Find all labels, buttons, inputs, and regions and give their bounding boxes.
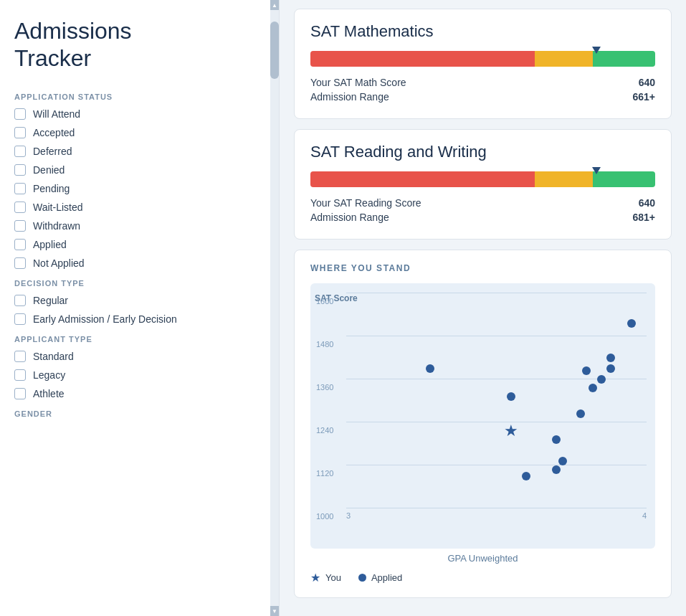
checkbox-regular[interactable]: Regular xyxy=(14,295,265,306)
sat-reading-progress-bar xyxy=(310,171,655,187)
y-tick-1480: 1480 xyxy=(316,340,333,349)
y-tick-1120: 1120 xyxy=(316,469,333,478)
y-tick-1600: 1600 xyxy=(316,297,333,305)
chart-dot-8 xyxy=(606,354,615,362)
checkbox-wait-listed[interactable]: Wait-Listed xyxy=(14,202,265,213)
checkbox-input-regular[interactable] xyxy=(14,295,26,306)
y-tick-1360: 1360 xyxy=(316,383,333,392)
checkbox-label-athlete: Athlete xyxy=(33,388,65,399)
sidebar-title: AdmissionsTracker xyxy=(14,17,265,72)
checkbox-applied[interactable]: Applied xyxy=(14,239,265,250)
legend-you-label: You xyxy=(325,572,341,583)
checkbox-input-pending[interactable] xyxy=(14,183,26,194)
checkbox-input-wait-listed[interactable] xyxy=(14,202,26,213)
chart-dot-1 xyxy=(507,392,515,401)
legend-you: ★ You xyxy=(310,571,341,584)
where-you-stand-title: WHERE YOU STAND xyxy=(310,263,655,273)
section-label-applicant-type: APPLICANT TYPE xyxy=(14,335,265,343)
chart-dot-7 xyxy=(606,364,615,373)
checkbox-legacy[interactable]: Legacy xyxy=(14,369,265,381)
checkbox-denied[interactable]: Denied xyxy=(14,164,265,176)
sat-reading-admission-range-row: Admission Range 681+ xyxy=(310,212,655,223)
checkbox-accepted[interactable]: Accepted xyxy=(14,127,265,138)
sat-reading-your-score-label: Your SAT Reading Score xyxy=(310,197,421,209)
section-label-gender: GENDER xyxy=(14,409,265,418)
checkbox-input-athlete[interactable] xyxy=(14,388,26,399)
checkbox-input-accepted[interactable] xyxy=(14,127,26,138)
x-tick-3: 3 xyxy=(346,511,351,520)
checkbox-label-will-attend: Will Attend xyxy=(33,108,80,120)
checkbox-input-will-attend[interactable] xyxy=(14,108,26,120)
checkbox-input-denied[interactable] xyxy=(14,164,26,176)
sat-reading-bar-green xyxy=(593,171,655,187)
chart-dot-12 xyxy=(522,472,530,480)
sat-math-bar-yellow xyxy=(535,51,594,67)
checkbox-athlete[interactable]: Athlete xyxy=(14,388,265,399)
checkbox-label-deferred: Deferred xyxy=(33,146,72,157)
checkbox-label-wait-listed: Wait-Listed xyxy=(33,202,83,213)
checkbox-label-denied: Denied xyxy=(33,164,65,176)
chart-dot-9 xyxy=(627,319,636,328)
scrollbar-track: ▲ ▼ xyxy=(270,0,279,616)
checkbox-input-applied[interactable] xyxy=(14,239,26,250)
sat-math-your-score-value: 640 xyxy=(639,77,655,88)
sat-math-admission-range-value: 661+ xyxy=(632,91,655,103)
checkbox-standard[interactable]: Standard xyxy=(14,351,265,362)
sidebar: AdmissionsTracker APPLICATION STATUS Wil… xyxy=(0,0,280,616)
checkbox-input-not-applied[interactable] xyxy=(14,257,26,269)
checkbox-label-legacy: Legacy xyxy=(33,369,65,381)
sat-math-admission-range-label: Admission Range xyxy=(310,91,389,103)
sat-reading-bar-yellow xyxy=(535,171,594,187)
legend-applied-dot-icon xyxy=(358,574,366,582)
sat-math-progress-bar xyxy=(310,51,655,67)
checkbox-label-standard: Standard xyxy=(33,351,74,362)
sat-math-marker xyxy=(592,47,601,54)
checkbox-input-withdrawn[interactable] xyxy=(14,220,26,232)
checkbox-early-admission[interactable]: Early Admission / Early Decision xyxy=(14,313,265,325)
checkbox-input-standard[interactable] xyxy=(14,351,26,362)
checkbox-withdrawn[interactable]: Withdrawn xyxy=(14,220,265,232)
sat-reading-marker xyxy=(592,167,601,174)
chart-dot-11 xyxy=(576,409,585,418)
sat-math-your-score-label: Your SAT Math Score xyxy=(310,77,406,88)
checkbox-label-not-applied: Not Applied xyxy=(33,257,85,269)
scrollbar-thumb[interactable] xyxy=(270,22,279,79)
chart-x-axis-label: GPA Unweighted xyxy=(310,553,655,564)
sat-reading-title: SAT Reading and Writing xyxy=(310,143,655,161)
y-tick-1240: 1240 xyxy=(316,426,333,435)
checkbox-label-withdrawn: Withdrawn xyxy=(33,220,80,232)
chart-dot-5 xyxy=(589,384,597,392)
scroll-arrow-down[interactable]: ▼ xyxy=(270,606,279,616)
legend-applied: Applied xyxy=(358,571,402,584)
checkbox-not-applied[interactable]: Not Applied xyxy=(14,257,265,269)
chart-dot-2 xyxy=(552,435,561,444)
sat-math-bar-red xyxy=(310,51,535,67)
chart-legend: ★ You Applied xyxy=(310,564,655,587)
checkbox-input-early-admission[interactable] xyxy=(14,313,26,325)
sat-math-bar-green xyxy=(593,51,655,67)
chart-dot-10 xyxy=(552,465,561,474)
chart-x-ticks: 3 4 xyxy=(346,508,647,520)
scroll-arrow-up[interactable]: ▲ xyxy=(270,0,279,10)
checkbox-input-deferred[interactable] xyxy=(14,146,26,157)
y-tick-1000: 1000 xyxy=(316,512,333,521)
sat-reading-admission-range-label: Admission Range xyxy=(310,212,389,223)
checkbox-label-regular: Regular xyxy=(33,295,68,306)
checkbox-label-accepted: Accepted xyxy=(33,127,75,138)
sidebar-content: AdmissionsTracker APPLICATION STATUS Wil… xyxy=(0,0,279,616)
sat-math-card: SAT Mathematics Your SAT Math Score 640 … xyxy=(294,9,672,119)
chart-you-star: ★ xyxy=(504,423,518,439)
chart-area: SAT Score 1600 1480 1360 1240 1120 1000 … xyxy=(310,283,655,549)
section-label-decision-type: DECISION TYPE xyxy=(14,279,265,288)
chart-dot-0 xyxy=(426,364,434,373)
checkbox-will-attend[interactable]: Will Attend xyxy=(14,108,265,120)
checkbox-label-pending: Pending xyxy=(33,183,70,194)
sat-math-progress-bar-container xyxy=(310,51,655,67)
checkbox-deferred[interactable]: Deferred xyxy=(14,146,265,157)
checkbox-pending[interactable]: Pending xyxy=(14,183,265,194)
sat-reading-your-score-value: 640 xyxy=(639,197,655,209)
checkbox-input-legacy[interactable] xyxy=(14,369,26,381)
checkbox-label-early-admission: Early Admission / Early Decision xyxy=(33,313,177,325)
where-you-stand-card: WHERE YOU STAND SAT Score 1600 1480 1360… xyxy=(294,250,672,598)
sat-reading-admission-range-value: 681+ xyxy=(632,212,655,223)
